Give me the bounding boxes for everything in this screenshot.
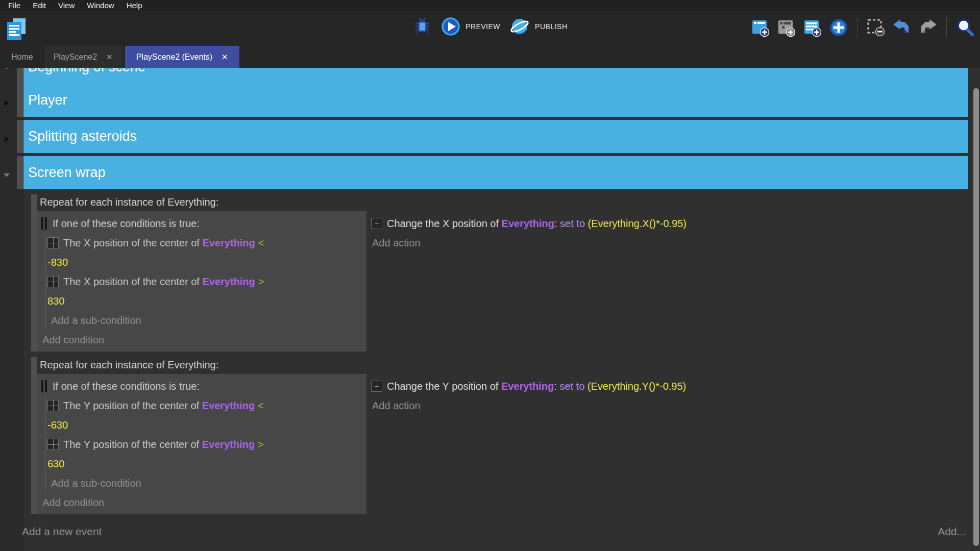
undo-icon[interactable] xyxy=(892,18,912,37)
add-new-event-button[interactable]: Add a new event xyxy=(22,525,102,538)
add-condition-button[interactable]: Add condition xyxy=(37,493,366,512)
debugger-bug-icon[interactable] xyxy=(412,17,432,36)
search-icon[interactable] xyxy=(955,18,975,37)
project-manager-button[interactable] xyxy=(5,17,28,41)
vertical-scrollbar-thumb[interactable] xyxy=(973,88,979,546)
menu-view[interactable]: View xyxy=(52,0,81,11)
condition-text: The Y position of the center of xyxy=(63,439,202,450)
object-name: Everything xyxy=(202,276,255,287)
conditions-panel: If one of these conditions is true: The … xyxy=(37,374,366,514)
event-group-beginning-of-scene[interactable]: Beginning of scene xyxy=(17,68,968,84)
action-change-x[interactable]: Change the X position of Everything: set… xyxy=(371,214,968,233)
publish-planet-icon xyxy=(509,16,530,37)
event-group-player[interactable]: Player xyxy=(17,84,968,117)
event-drag-handle[interactable] xyxy=(17,68,23,84)
preview-play-icon xyxy=(441,17,460,36)
add-event-icon[interactable] xyxy=(751,18,770,37)
object-name: Everything xyxy=(501,381,554,392)
event-group-screen-wrap[interactable]: Screen wrap xyxy=(17,156,968,189)
repeat-event-label[interactable]: Repeat for each instance of Everything: xyxy=(31,357,968,374)
tab-home[interactable]: Home xyxy=(2,46,42,68)
or-condition[interactable]: If one of these conditions is true: xyxy=(37,377,366,396)
tab-playscene2-events[interactable]: PlayScene2 (Events) ✕ xyxy=(125,46,239,68)
object-position-icon xyxy=(47,276,59,287)
position-action-icon xyxy=(371,381,382,392)
action-separator: : xyxy=(554,381,559,392)
event-drag-handle[interactable] xyxy=(17,120,23,153)
condition-x-greater[interactable]: The X position of the center of Everythi… xyxy=(47,272,366,311)
action-parameter: set to xyxy=(559,381,584,392)
condition-text: The Y position of the center of xyxy=(63,400,202,411)
conditions-panel: If one of these conditions is true: The … xyxy=(37,211,366,352)
action-text: Change the Y position of xyxy=(387,381,501,392)
tab-playscene2[interactable]: PlayScene2 ✕ xyxy=(44,46,122,68)
group-title: Player xyxy=(28,92,67,108)
preview-button[interactable]: PREVIEW xyxy=(441,17,500,36)
toolbar-separator xyxy=(857,17,857,38)
add-comment-icon[interactable] xyxy=(803,18,822,37)
object-position-icon xyxy=(47,400,59,411)
object-name: Everything xyxy=(202,439,255,450)
event-drag-handle[interactable] xyxy=(17,156,23,189)
action-change-y[interactable]: Change the Y position of Everything: set… xyxy=(371,377,968,396)
condition-value: -830 xyxy=(47,253,366,272)
condition-text: The X position of the center of xyxy=(63,276,202,287)
condition-y-less[interactable]: The Y position of the center of Everythi… xyxy=(47,396,366,435)
add-sub-condition-button[interactable]: Add a sub-condition xyxy=(47,311,366,330)
menu-window[interactable]: Window xyxy=(81,0,120,11)
object-position-icon xyxy=(47,237,59,248)
condition-operator: > xyxy=(258,276,264,287)
repeat-event-y[interactable]: Repeat for each instance of Everything: … xyxy=(31,357,968,514)
or-condition-icon xyxy=(41,217,47,230)
tab-label: PlayScene2 xyxy=(54,53,97,62)
add-action-button[interactable]: Add action xyxy=(371,233,968,253)
add-sub-condition-button[interactable]: Add a sub-condition xyxy=(47,473,366,493)
menu-file[interactable]: File xyxy=(2,0,27,11)
actions-column: Change the Y position of Everything: set… xyxy=(371,374,968,415)
condition-x-less[interactable]: The X position of the center of Everythi… xyxy=(47,233,366,272)
or-condition-label: If one of these conditions is true: xyxy=(53,218,200,230)
group-title: Splitting asteroids xyxy=(28,129,137,144)
menu-help[interactable]: Help xyxy=(120,0,149,11)
preview-label: PREVIEW xyxy=(465,22,500,31)
publish-label: PUBLISH xyxy=(535,22,567,31)
close-icon[interactable]: ✕ xyxy=(106,53,113,61)
event-group-splitting-asteroids[interactable]: Splitting asteroids xyxy=(17,120,968,153)
add-action-button[interactable]: Add action xyxy=(371,396,968,415)
menu-bar: File Edit View Window Help xyxy=(0,0,980,11)
menu-edit[interactable]: Edit xyxy=(27,0,52,11)
add-subevent-icon[interactable] xyxy=(777,18,796,37)
add-circle-icon[interactable] xyxy=(829,18,848,37)
tab-label: PlayScene2 (Events) xyxy=(136,53,212,62)
repeat-event-x[interactable]: Repeat for each instance of Everything: … xyxy=(31,194,968,352)
group-title: Beginning of scene xyxy=(28,68,145,75)
or-condition[interactable]: If one of these conditions is true: xyxy=(37,214,366,233)
events-sheet: Beginning of scene Player Splitting aste… xyxy=(0,68,980,551)
add-condition-button[interactable]: Add condition xyxy=(37,330,366,349)
project-manager-icon xyxy=(5,17,28,41)
event-drag-handle[interactable] xyxy=(17,84,23,117)
action-expression: (Everything.X()*-0.95) xyxy=(588,218,687,229)
repeat-event-label[interactable]: Repeat for each instance of Everything: xyxy=(31,194,968,211)
condition-y-greater[interactable]: The Y position of the center of Everythi… xyxy=(47,435,366,473)
delete-selection-icon[interactable] xyxy=(866,18,886,37)
action-text: Change the X position of xyxy=(387,218,502,229)
add-dropdown-button[interactable]: Add... xyxy=(938,525,966,538)
condition-value: 830 xyxy=(47,291,366,311)
object-name: Everything xyxy=(502,218,554,229)
position-action-icon xyxy=(371,218,382,229)
redo-icon[interactable] xyxy=(918,18,938,37)
event-drag-handle[interactable] xyxy=(31,194,37,352)
group-title: Screen wrap xyxy=(28,165,106,181)
condition-operator: < xyxy=(258,237,264,248)
tab-label: Home xyxy=(11,53,33,62)
close-icon[interactable]: ✕ xyxy=(222,53,228,61)
condition-operator: > xyxy=(258,439,264,450)
or-condition-label: If one of these conditions is true: xyxy=(53,381,200,392)
or-condition-icon xyxy=(41,380,47,392)
actions-column: Change the X position of Everything: set… xyxy=(371,211,968,253)
event-drag-handle[interactable] xyxy=(31,357,37,514)
condition-value: 630 xyxy=(47,454,366,473)
editor-tabs: Home PlayScene2 ✕ PlayScene2 (Events) ✕ xyxy=(0,46,980,68)
publish-button[interactable]: PUBLISH xyxy=(509,16,567,37)
